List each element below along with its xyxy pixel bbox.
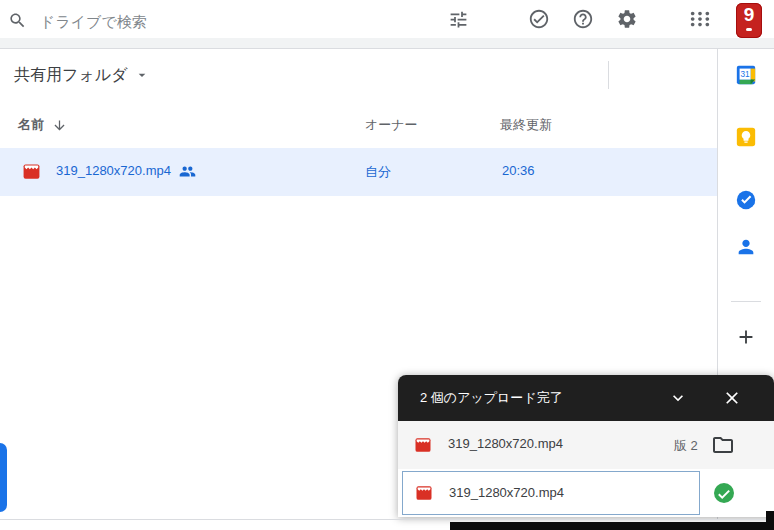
profile-badge[interactable]: 9 (736, 3, 762, 38)
modified-header-label: 最終更新 (500, 116, 552, 134)
plus-icon[interactable] (735, 326, 757, 348)
close-icon[interactable] (722, 388, 742, 408)
folder-title-dropdown[interactable]: 共有用フォルダ (14, 49, 150, 101)
keep-icon[interactable] (735, 126, 757, 148)
upload-panel: 2 個のアップロード完了 319_1280x720.mp4 版 2 (398, 375, 774, 517)
cropped-blue-tooltip (0, 443, 7, 512)
upload-item-name: 319_1280x720.mp4 (448, 436, 563, 451)
help-icon[interactable] (572, 8, 594, 30)
owner-header-label: オーナー (365, 116, 418, 134)
apps-grid-icon[interactable] (689, 8, 711, 30)
upload-item-row[interactable]: 319_1280x720.mp4 (398, 469, 774, 517)
file-name: 319_1280x720.mp4 (56, 163, 171, 178)
version-label: 版 2 (674, 437, 698, 455)
bottom-border-line (0, 519, 774, 520)
side-panel-separator (731, 301, 761, 302)
check-circle-icon[interactable] (528, 8, 550, 30)
header-strip (0, 38, 774, 49)
profile-badge-dash (746, 28, 752, 31)
caret-down-icon (134, 67, 150, 83)
calendar-icon[interactable]: 31 (735, 64, 757, 86)
upload-panel-title: 2 個のアップロード完了 (420, 375, 563, 421)
top-bar: 9 (0, 0, 774, 49)
file-owner: 自分 (365, 163, 391, 181)
tasks-icon[interactable] (735, 189, 757, 211)
owner-column-header: オーナー (365, 116, 418, 134)
profile-badge-label: 9 (744, 3, 755, 27)
upload-panel-header: 2 個のアップロード完了 (398, 375, 774, 421)
upload-item-row[interactable]: 319_1280x720.mp4 版 2 (398, 421, 774, 469)
sort-arrow-down-icon (52, 118, 67, 133)
video-file-icon (414, 436, 432, 454)
search-icon[interactable] (8, 11, 27, 30)
folder-toolbar: 共有用フォルダ (0, 49, 717, 102)
contacts-icon[interactable] (735, 236, 757, 258)
tune-icon[interactable] (448, 9, 469, 30)
toolbar-divider (608, 61, 609, 89)
modified-column-header: 最終更新 (500, 116, 552, 134)
file-list-header: 名前 オーナー 最終更新 (0, 101, 717, 149)
check-success-icon (712, 481, 736, 505)
name-column-header[interactable]: 名前 (18, 116, 67, 134)
file-modified-time: 20:36 (502, 163, 535, 178)
upload-item-name: 319_1280x720.mp4 (449, 485, 564, 500)
name-header-label: 名前 (18, 116, 44, 134)
upload-item-outline-box: 319_1280x720.mp4 (402, 471, 700, 515)
cropped-black-corner (766, 511, 774, 530)
folder-title-label: 共有用フォルダ (14, 65, 128, 86)
shared-people-icon (179, 163, 196, 180)
google-drive-window: 9 共有用フォルダ (0, 0, 774, 530)
cropped-black-bar (450, 522, 774, 530)
settings-gear-icon[interactable] (616, 8, 638, 30)
search-input[interactable] (38, 8, 422, 34)
video-file-icon (22, 162, 41, 181)
calendar-day-label: 31 (740, 70, 750, 79)
folder-icon[interactable] (711, 433, 735, 457)
chevron-down-icon[interactable] (668, 388, 688, 408)
file-row[interactable]: 319_1280x720.mp4 自分 20:36 (0, 148, 717, 196)
video-file-icon (415, 484, 433, 502)
